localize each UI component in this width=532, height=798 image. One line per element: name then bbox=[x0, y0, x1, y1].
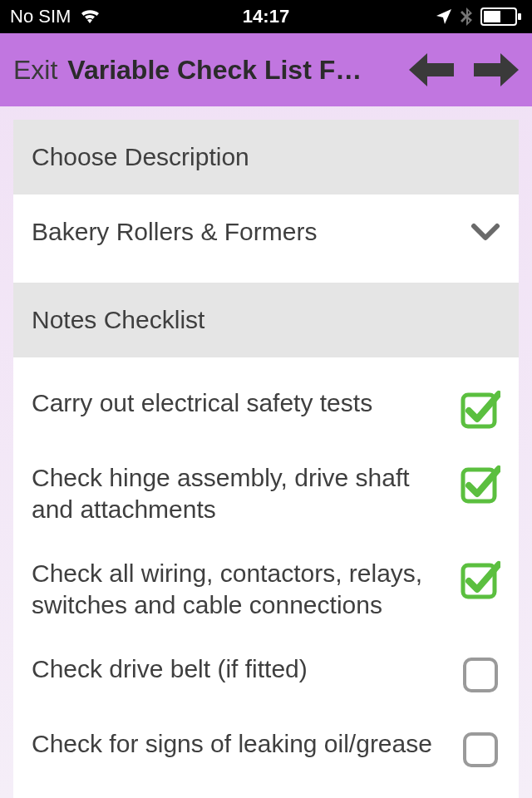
list-item: Carry out electrical safety tests bbox=[32, 371, 500, 446]
location-icon bbox=[436, 8, 452, 25]
checklist-header: Notes Checklist bbox=[13, 283, 519, 357]
page-title: Variable Check List Fo… bbox=[67, 55, 375, 86]
battery-icon bbox=[480, 7, 522, 26]
checkbox-checked[interactable] bbox=[461, 559, 500, 599]
checkbox-checked[interactable] bbox=[461, 389, 500, 429]
description-header: Choose Description bbox=[13, 120, 519, 195]
carrier-text: No SIM bbox=[10, 6, 71, 27]
description-dropdown[interactable]: Bakery Rollers & Formers bbox=[13, 195, 519, 283]
list-item: Check drive belt (if fitted) bbox=[32, 637, 500, 712]
status-right bbox=[436, 7, 522, 26]
wifi-icon bbox=[79, 8, 101, 25]
list-item: Check for signs of leaking oil/grease bbox=[32, 712, 500, 786]
checkbox-unchecked[interactable] bbox=[461, 730, 500, 770]
list-item: Check all wiring, contactors, relays, sw… bbox=[32, 541, 500, 637]
status-time: 14:17 bbox=[243, 6, 289, 27]
list-item: Check hinge assembly, drive shaft and at… bbox=[32, 446, 500, 541]
checkbox-checked[interactable] bbox=[461, 464, 500, 504]
status-left: No SIM bbox=[10, 6, 101, 27]
svg-rect-1 bbox=[484, 11, 500, 22]
bluetooth-icon bbox=[461, 7, 472, 26]
content-area: Choose Description Bakery Rollers & Form… bbox=[0, 106, 532, 798]
chevron-down-icon bbox=[470, 223, 500, 241]
check-label: Check for signs of leaking oil/grease bbox=[32, 728, 446, 760]
prev-arrow-icon[interactable] bbox=[409, 53, 454, 86]
check-label: Check hinge assembly, drive shaft and at… bbox=[32, 462, 446, 525]
nav-arrows bbox=[409, 53, 519, 86]
svg-rect-2 bbox=[518, 13, 521, 20]
description-value: Bakery Rollers & Formers bbox=[32, 218, 317, 246]
nav-bar: Exit Variable Check List Fo… bbox=[0, 33, 532, 106]
check-label: Check drive belt (if fitted) bbox=[32, 653, 446, 685]
next-arrow-icon[interactable] bbox=[474, 53, 519, 86]
exit-button[interactable]: Exit bbox=[13, 55, 57, 86]
check-label: Carry out electrical safety tests bbox=[32, 387, 446, 419]
svg-rect-7 bbox=[465, 734, 496, 766]
status-bar: No SIM 14:17 bbox=[0, 0, 532, 33]
svg-rect-6 bbox=[465, 659, 496, 691]
check-label: Check all wiring, contactors, relays, sw… bbox=[32, 558, 446, 620]
checkbox-unchecked[interactable] bbox=[461, 655, 500, 695]
checklist: Carry out electrical safety tests Check … bbox=[13, 357, 519, 798]
